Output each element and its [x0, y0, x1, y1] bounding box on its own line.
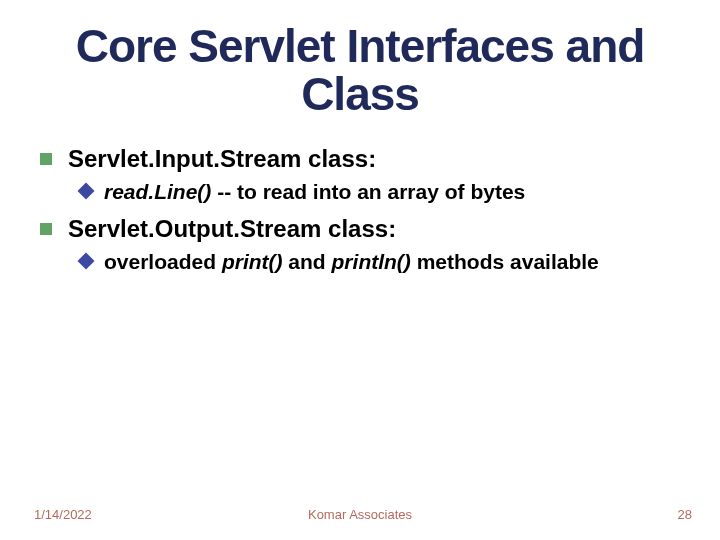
bullet-level2: read.Line() -- to read into an array of …: [80, 179, 680, 205]
slide-body: Servlet.Input.Stream class: read.Line() …: [0, 119, 720, 276]
footer-page-number: 28: [678, 507, 692, 522]
suffix: class:: [301, 145, 376, 172]
diamond-bullet-icon: [78, 252, 95, 269]
method-name: print(): [222, 250, 283, 273]
description: methods available: [411, 250, 599, 273]
title-line-1: Core Servlet Interfaces and: [76, 20, 645, 72]
method-name: println(): [332, 250, 411, 273]
description: -- to read into an array of bytes: [211, 180, 525, 203]
bullet-text: Servlet.Input.Stream class:: [68, 145, 376, 173]
bullet-level1: Servlet.Output.Stream class:: [40, 215, 680, 243]
footer-center: Komar Associates: [0, 507, 720, 522]
title-line-2: Class: [301, 68, 419, 120]
diamond-bullet-icon: [78, 182, 95, 199]
square-bullet-icon: [40, 223, 52, 235]
slide: Core Servlet Interfaces and Class Servle…: [0, 0, 720, 540]
lead-word: overloaded: [104, 250, 222, 273]
sub-bullet-text: read.Line() -- to read into an array of …: [104, 179, 525, 205]
connector: and: [283, 250, 332, 273]
method-name: read.Line(): [104, 180, 211, 203]
sub-bullet-text: overloaded print() and println() methods…: [104, 249, 599, 275]
bullet-text: Servlet.Output.Stream class:: [68, 215, 396, 243]
class-name: Servlet.Input.Stream: [68, 145, 301, 172]
square-bullet-icon: [40, 153, 52, 165]
slide-title: Core Servlet Interfaces and Class: [0, 0, 720, 119]
bullet-level1: Servlet.Input.Stream class:: [40, 145, 680, 173]
bullet-level2: overloaded print() and println() methods…: [80, 249, 680, 275]
class-name: Servlet.Output.Stream: [68, 215, 321, 242]
suffix: class:: [321, 215, 396, 242]
